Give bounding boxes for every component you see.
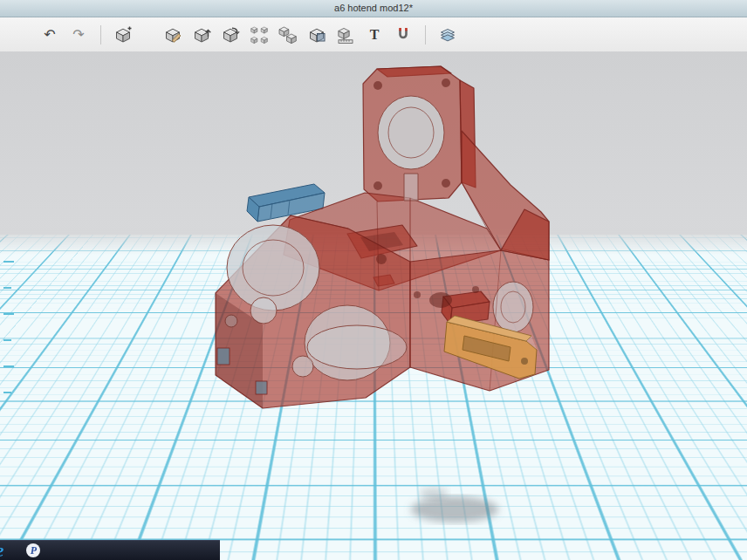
model-shadow [411,488,498,522]
material-icon [438,25,457,44]
combine-button[interactable] [305,24,328,46]
app-window: { "window": { "title": "a6 hotend mod12*… [0,0,747,560]
material-button[interactable] [436,24,459,46]
text-tool-button[interactable]: T [363,24,386,46]
construct-button[interactable] [190,24,213,46]
toolbar-separator [425,25,426,44]
titlebar: a6 hotend mod12* [0,0,747,17]
pattern-button[interactable] [248,24,271,46]
redo-button[interactable]: ↷ [67,24,90,46]
redo-icon: ↷ [72,28,84,42]
taskbar: e P [0,540,220,560]
modify-icon [221,25,240,44]
modify-button[interactable] [219,24,242,46]
axis-ticks [3,262,14,393]
snap-icon [394,25,413,44]
combine-icon [307,25,326,44]
pattern-icon [250,25,269,44]
sketch-button[interactable] [161,24,184,46]
sketch-icon [163,25,182,44]
primitives-icon [113,25,133,44]
toolbar: ↶ ↷ T [0,17,747,52]
text-icon: T [370,28,380,42]
grouping-icon [278,25,298,44]
undo-button[interactable]: ↶ [38,24,61,46]
measure-icon [336,25,355,44]
undo-icon: ↶ [44,28,55,42]
measure-button[interactable] [334,24,357,46]
primitives-button[interactable] [112,24,134,46]
grouping-button[interactable] [277,24,299,46]
construct-icon [192,25,211,44]
toolbar-separator [100,25,101,44]
viewport-canvas[interactable] [0,51,747,560]
p-app-icon[interactable]: P [26,543,40,557]
window-title: a6 hotend mod12* [334,3,413,13]
snap-button[interactable] [392,24,415,46]
browser-icon[interactable]: e [0,542,3,559]
